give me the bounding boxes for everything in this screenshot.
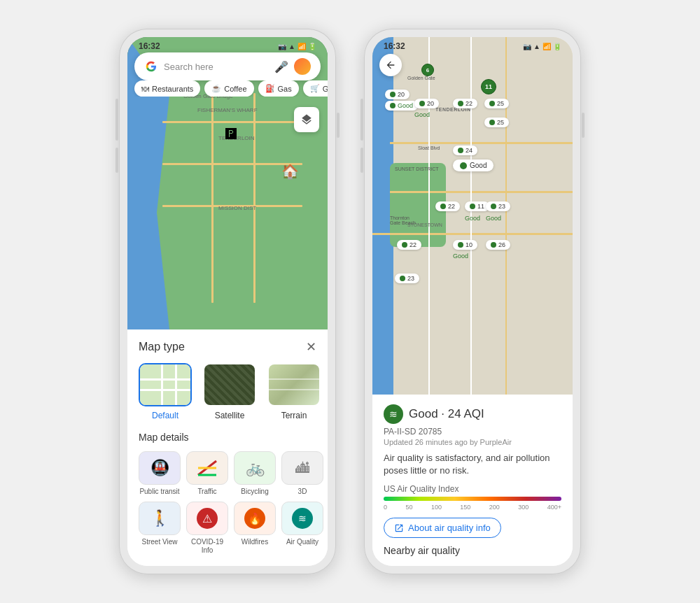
aq-status-title: Good · 24 AQI xyxy=(409,407,484,421)
filter-restaurants[interactable]: 🍽 Restaurants xyxy=(134,80,200,97)
aq-main-status: ≋ Good · 24 AQI xyxy=(384,404,561,424)
left-phone: 16:32 📷 ▲ 📶 🔋 FISHERMAN'S WHARF TENDERLO… xyxy=(119,29,336,574)
aq-good-main: Good xyxy=(453,159,493,171)
map-type-terrain-thumb xyxy=(267,363,321,406)
map-type-default-thumb xyxy=(139,363,192,406)
power-button-r[interactable] xyxy=(582,113,584,138)
map-type-terrain[interactable]: Terrain xyxy=(267,363,321,420)
map-type-satellite[interactable]: Satellite xyxy=(203,363,256,420)
detail-traffic[interactable]: Traffic xyxy=(186,451,228,496)
aq-dot-6: 6 xyxy=(421,64,434,76)
map-details-title: Map details xyxy=(139,432,316,443)
detail-transit[interactable]: 🚇 Public transit xyxy=(139,451,181,496)
aq-badge-good-1: Good xyxy=(385,101,418,111)
right-phone: 16:32 📷 ▲ 📶 🔋 TENDERLOIN xyxy=(364,29,581,574)
layers-button[interactable] xyxy=(294,107,319,132)
volume-down-button[interactable] xyxy=(115,148,118,173)
aq-description: Air quality is satisfactory, and air pol… xyxy=(384,452,561,477)
map-type-default-label: Default xyxy=(152,411,178,420)
detail-bicycling[interactable]: 🚲 Bicycling xyxy=(234,451,276,496)
aq-info-link[interactable]: About air quality info xyxy=(384,518,501,538)
search-bar[interactable]: Search here 🎤 xyxy=(134,52,321,80)
google-logo xyxy=(144,59,158,73)
aq-station-id: PA-II-SD 20785 xyxy=(384,427,561,437)
map-type-title: Map type xyxy=(139,341,185,353)
volume-up-button-r[interactable] xyxy=(360,99,363,141)
search-bar-container: Search here 🎤 xyxy=(134,52,321,80)
phone-screen-right: 16:32 📷 ▲ 📶 🔋 TENDERLOIN xyxy=(372,37,573,566)
detail-covid[interactable]: ⚠ COVID-19 Info xyxy=(186,502,228,555)
map-type-terrain-label: Terrain xyxy=(281,411,307,420)
status-bar-left: 16:32 📷 ▲ 📶 🔋 xyxy=(127,37,328,54)
filter-grocer[interactable]: 🛒 Grocer xyxy=(303,80,328,97)
filter-coffee[interactable]: ☕ Coffee xyxy=(204,80,253,97)
map-details-grid: 🚇 Public transit Traffic xyxy=(139,451,316,555)
detail-wildfires[interactable]: 🔥 Wildfires xyxy=(234,502,276,555)
mic-icon[interactable]: 🎤 xyxy=(274,60,288,73)
detail-street-view[interactable]: 🚶 Street View xyxy=(139,502,181,555)
aq-map-view[interactable]: 16:32 📷 ▲ 📶 🔋 TENDERLOIN xyxy=(372,37,573,395)
close-button[interactable]: ✕ xyxy=(306,341,316,353)
map-type-grid: Default Satellite xyxy=(139,363,316,420)
aq-index-title: US Air Quality Index xyxy=(384,484,561,494)
map-view-left[interactable]: 16:32 📷 ▲ 📶 🔋 FISHERMAN'S WHARF TENDERLO… xyxy=(127,37,328,329)
aq-info-link-text: About air quality info xyxy=(408,523,491,533)
detail-air-quality[interactable]: ≋ Air Quality xyxy=(281,502,323,555)
aq-updated: Updated 26 minutes ago by PurpleAir xyxy=(384,438,561,446)
volume-down-button-r[interactable] xyxy=(360,148,363,173)
status-bar-right: 16:32 📷 ▲ 📶 🔋 xyxy=(372,37,573,54)
map-type-default[interactable]: Default xyxy=(139,363,192,420)
aq-bar xyxy=(384,497,561,501)
power-button[interactable] xyxy=(337,113,340,138)
map-type-satellite-label: Satellite xyxy=(215,411,245,420)
quick-filters: 🍽 Restaurants ☕ Coffee ⛽ Gas 🛒 Grocer xyxy=(127,80,328,97)
bottom-sheet: Map type ✕ Default xyxy=(127,329,328,566)
detail-3d[interactable]: 🏙 3D xyxy=(281,451,323,496)
aq-badge-24: 24 xyxy=(453,146,477,155)
aq-bar-labels: 0 50 100 150 200 300 400+ xyxy=(384,504,561,511)
aq-dot-11-top: 11 xyxy=(481,79,496,94)
user-avatar[interactable] xyxy=(294,58,311,75)
time-right: 16:32 xyxy=(384,41,405,51)
volume-up-button[interactable] xyxy=(115,99,118,141)
aq-panel: ≋ Good · 24 AQI PA-II-SD 20785 Updated 2… xyxy=(372,395,573,566)
sheet-header: Map type ✕ xyxy=(139,341,316,353)
back-button[interactable] xyxy=(379,54,402,76)
map-type-satellite-thumb xyxy=(203,363,256,406)
phone-screen-left: 16:32 📷 ▲ 📶 🔋 FISHERMAN'S WHARF TENDERLO… xyxy=(127,37,328,566)
nearby-title: Nearby air quality xyxy=(384,538,561,556)
aq-badge-20-1: 20 xyxy=(385,90,410,99)
filter-gas[interactable]: ⛽ Gas xyxy=(258,80,299,97)
time-left: 16:32 xyxy=(139,41,160,51)
aq-status-icon: ≋ xyxy=(384,404,403,424)
status-icons-left: 📷 ▲ 📶 🔋 xyxy=(278,43,316,50)
search-input[interactable]: Search here xyxy=(164,62,269,72)
